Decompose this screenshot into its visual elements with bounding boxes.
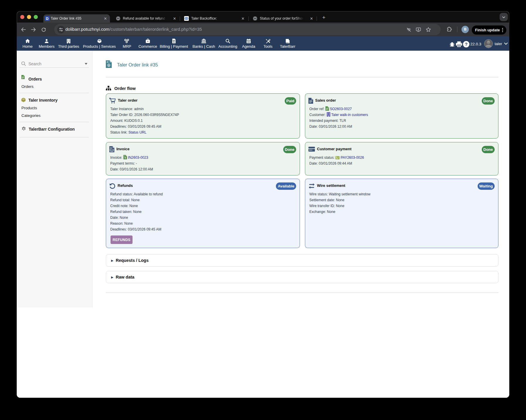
- svg-text:$: $: [124, 156, 126, 159]
- svg-text:?: ?: [465, 42, 467, 47]
- svg-text:D: D: [46, 17, 49, 21]
- svg-text:$: $: [108, 64, 109, 67]
